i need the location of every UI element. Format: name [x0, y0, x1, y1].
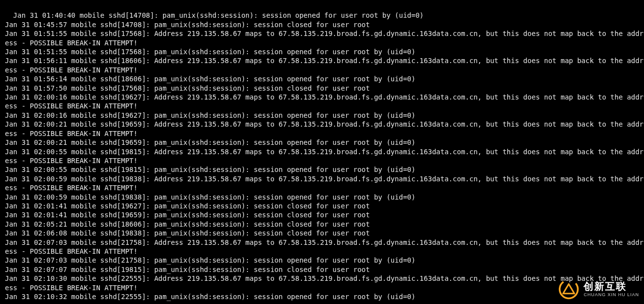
svg-marker-1 — [563, 284, 575, 293]
watermark-subtitle: CHUANG XIN HU LIAN — [583, 293, 639, 297]
terminal-output[interactable]: Jan 31 01:40:40 mobile sshd[14708]: pam_… — [0, 0, 644, 304]
watermark-title: 创新互联 — [583, 281, 639, 291]
log-lines: Jan 31 01:40:40 mobile sshd[14708]: pam_… — [5, 11, 644, 301]
